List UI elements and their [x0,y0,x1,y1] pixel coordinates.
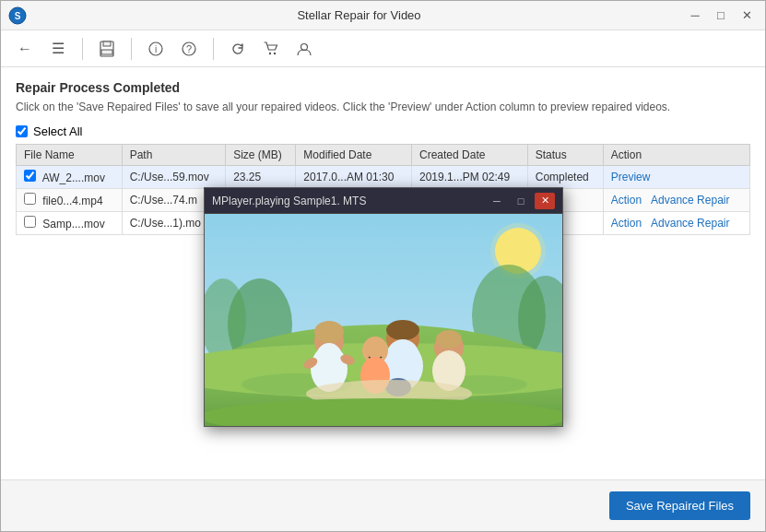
row3-checkbox[interactable] [24,216,36,228]
select-all-checkbox[interactable] [16,125,28,137]
svg-text:?: ? [186,43,192,54]
refresh-icon[interactable] [225,36,251,62]
col-size: Size (MB) [226,145,296,166]
separator-1 [82,38,83,60]
video-popup-titlebar: MPlayer.playing Sample1. MTS ─ □ ✕ [205,188,562,214]
row1-path: C:/Use...59.mov [122,166,226,189]
back-icon[interactable]: ← [12,36,38,62]
row1-size: 23.25 [226,166,296,189]
table-row: AW_2....mov C:/Use...59.mov 23.25 2017.0… [17,166,750,189]
save-repaired-files-button[interactable]: Save Repaired Files [609,491,750,520]
svg-text:i: i [155,44,157,54]
main-window: S Stellar Repair for Video ─ □ ✕ ← ☰ i ? [0,0,766,532]
svg-rect-3 [103,41,111,46]
row1-created: 2019.1...PM 02:49 [412,166,528,189]
separator-2 [131,38,132,60]
select-all-label: Select All [33,124,82,138]
repair-status-desc: Click on the 'Save Repaired Files' to sa… [16,99,750,115]
svg-rect-4 [101,50,112,54]
row1-checkbox[interactable] [24,170,36,182]
video-close-button[interactable]: ✕ [535,193,555,209]
bottom-bar: Save Repaired Files [1,479,765,531]
svg-text:S: S [15,11,21,21]
col-modified: Modified Date [296,145,412,166]
menu-icon[interactable]: ☰ [45,36,71,62]
row3-action: Action Advance Repair [603,212,749,235]
row1-modified: 2017.0...AM 01:30 [296,166,412,189]
row2-filename: file0...4.mp4 [17,189,123,212]
help-icon[interactable]: ? [176,36,202,62]
col-action: Action [603,145,749,166]
video-popup: MPlayer.playing Sample1. MTS ─ □ ✕ [204,187,563,427]
row1-status: Completed [527,166,603,189]
row2-checkbox[interactable] [24,193,36,205]
close-button[interactable]: ✕ [736,6,758,25]
col-path: Path [122,145,226,166]
info-icon[interactable]: i [143,36,169,62]
row2-action-link[interactable]: Action [611,194,642,207]
video-frame [205,214,562,426]
video-minimize-button[interactable]: ─ [487,193,507,209]
video-popup-title: MPlayer.playing Sample1. MTS [212,195,483,207]
row3-action-link[interactable]: Action [611,217,642,230]
select-all-row: Select All [16,124,750,138]
cart-icon[interactable] [258,36,284,62]
window-controls: ─ □ ✕ [684,6,758,25]
svg-point-9 [269,52,271,53]
profile-icon[interactable] [291,36,317,62]
row1-action: Preview [603,166,749,189]
row3-filename: Samp....mov [17,212,123,235]
title-bar: S Stellar Repair for Video ─ □ ✕ [1,1,765,30]
toolbar: ← ☰ i ? [1,30,765,67]
preview-link[interactable]: Preview [611,171,651,183]
repair-status-title: Repair Process Completed [16,80,750,95]
video-maximize-button[interactable]: □ [511,193,531,209]
row2-action: Action Advance Repair [603,189,749,212]
minimize-button[interactable]: ─ [684,6,706,25]
row2-advance-link[interactable]: Advance Repair [651,194,729,207]
separator-3 [213,38,214,60]
row1-filename: AW_2....mov [17,166,123,189]
svg-point-10 [274,52,276,53]
svg-rect-42 [205,214,562,426]
col-status: Status [527,145,603,166]
app-icon: S [8,6,27,25]
maximize-button[interactable]: □ [710,6,732,25]
content-area: Repair Process Completed Click on the 'S… [1,67,765,479]
col-filename: File Name [17,145,123,166]
save-icon[interactable] [94,36,120,62]
col-created: Created Date [412,145,528,166]
window-title: Stellar Repair for Video [34,8,684,22]
row3-advance-link[interactable]: Advance Repair [651,217,729,230]
